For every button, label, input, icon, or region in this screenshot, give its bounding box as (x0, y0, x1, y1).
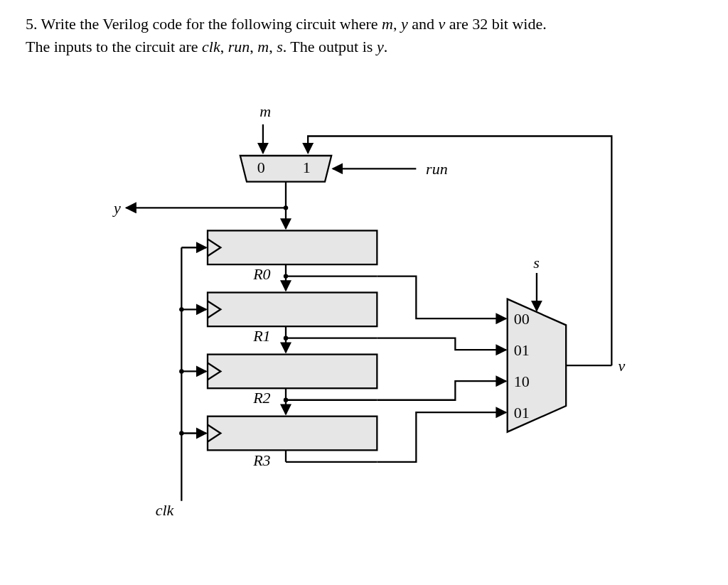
q-text-2: are 32 bit wide. (445, 15, 546, 33)
label-m: m (259, 102, 271, 120)
mux2-in1: 1 (303, 159, 311, 176)
svg-rect-7 (208, 292, 377, 326)
svg-marker-1 (240, 156, 331, 182)
q-sep-3: , (250, 38, 257, 55)
mux4-in10: 10 (514, 372, 530, 390)
svg-point-29 (179, 307, 183, 311)
q-sep-4: , (269, 38, 277, 55)
circuit-diagram: .wire { stroke:#000; stroke-width:2.5; f… (26, 67, 702, 557)
mux4-in00: 00 (514, 309, 530, 327)
q-text-1: Write the Verilog code for the following… (41, 15, 382, 33)
label-R1: R1 (252, 327, 270, 345)
label-clk: clk (156, 501, 175, 519)
circuit-svg: .wire { stroke:#000; stroke-width:2.5; f… (51, 67, 677, 557)
label-R0: R0 (252, 265, 270, 283)
register-R2: R2 (208, 354, 377, 407)
svg-point-26 (284, 274, 288, 278)
inp-clk: clk (202, 38, 220, 55)
svg-point-28 (284, 397, 288, 402)
q-text-4: . The output is (283, 38, 377, 55)
q-text-3: The inputs to the circuit are (26, 38, 202, 55)
mux2: 0 1 (240, 156, 331, 182)
q-sep-2: , (220, 38, 228, 55)
mux4-in11: 01 (514, 403, 530, 421)
label-v: v (619, 356, 626, 374)
q-and: and (408, 15, 439, 33)
svg-point-27 (284, 336, 288, 340)
mux4-in01: 01 (514, 340, 530, 358)
register-R0: R0 (208, 230, 377, 283)
q-sep-1: , (393, 15, 401, 33)
svg-point-25 (284, 205, 288, 210)
register-R1: R1 (208, 292, 377, 345)
label-s: s (533, 253, 540, 271)
mux4: 00 01 10 01 (508, 299, 567, 431)
var-v: v (439, 15, 446, 33)
svg-rect-11 (208, 416, 377, 450)
inp-s: s (277, 38, 283, 55)
svg-point-30 (179, 369, 183, 373)
label-R2: R2 (252, 389, 270, 407)
svg-rect-5 (208, 230, 377, 264)
var-m: m (382, 15, 393, 33)
question-text: 5. Write the Verilog code for the follow… (26, 13, 702, 58)
label-run: run (426, 159, 448, 177)
out-y: y (377, 38, 384, 55)
label-y: y (112, 198, 121, 216)
q-period: . (384, 38, 388, 55)
inp-m: m (257, 38, 269, 55)
inp-run: run (228, 38, 250, 55)
svg-rect-9 (208, 354, 377, 388)
question-number: 5. (26, 15, 38, 33)
label-R3: R3 (252, 451, 270, 469)
var-y: y (401, 15, 408, 33)
mux2-in0: 0 (257, 159, 265, 176)
svg-point-31 (179, 431, 183, 435)
